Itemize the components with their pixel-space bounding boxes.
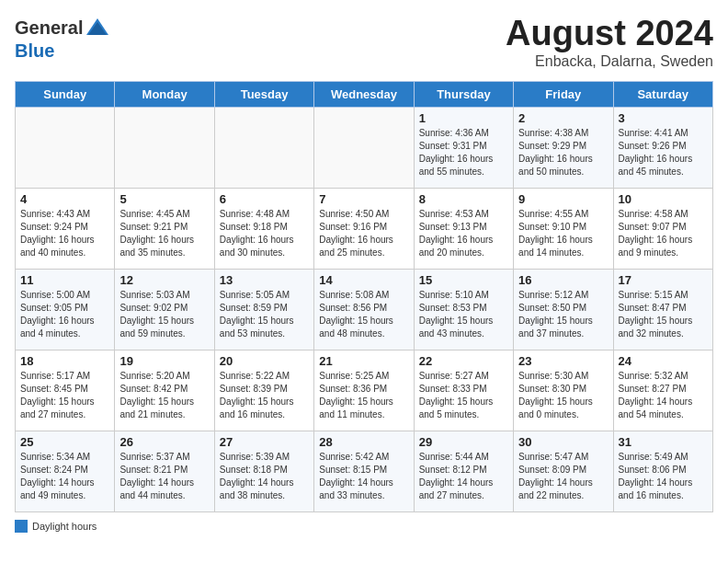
day-number: 26 [119, 435, 209, 449]
day-info: Sunrise: 5:49 AM Sunset: 8:06 PM Dayligh… [619, 451, 708, 502]
day-number: 5 [119, 192, 209, 206]
day-info: Sunrise: 4:38 AM Sunset: 9:29 PM Dayligh… [518, 127, 608, 178]
calendar-cell: 1Sunrise: 4:36 AM Sunset: 9:31 PM Daylig… [414, 107, 513, 188]
day-number: 2 [518, 111, 608, 125]
day-header-wednesday: Wednesday [314, 81, 414, 107]
day-number: 17 [619, 273, 708, 287]
day-info: Sunrise: 5:32 AM Sunset: 8:27 PM Dayligh… [619, 370, 708, 421]
day-info: Sunrise: 5:30 AM Sunset: 8:30 PM Dayligh… [518, 370, 608, 421]
day-number: 4 [20, 192, 109, 206]
day-info: Sunrise: 5:05 AM Sunset: 8:59 PM Dayligh… [220, 289, 309, 340]
calendar-cell: 16Sunrise: 5:12 AM Sunset: 8:50 PM Dayli… [514, 269, 613, 350]
day-info: Sunrise: 5:00 AM Sunset: 9:05 PM Dayligh… [20, 289, 109, 340]
day-info: Sunrise: 4:41 AM Sunset: 9:26 PM Dayligh… [619, 127, 708, 178]
day-info: Sunrise: 5:27 AM Sunset: 8:33 PM Dayligh… [419, 370, 508, 421]
day-number: 3 [619, 111, 708, 125]
day-number: 6 [220, 192, 309, 206]
day-info: Sunrise: 5:12 AM Sunset: 8:50 PM Dayligh… [518, 289, 608, 340]
calendar-cell: 22Sunrise: 5:27 AM Sunset: 8:33 PM Dayli… [414, 350, 513, 431]
calendar-cell: 4Sunrise: 4:43 AM Sunset: 9:24 PM Daylig… [16, 188, 115, 269]
day-number: 10 [619, 192, 708, 206]
calendar-week-5: 25Sunrise: 5:34 AM Sunset: 8:24 PM Dayli… [16, 431, 713, 511]
calendar-cell [115, 107, 214, 188]
day-info: Sunrise: 4:48 AM Sunset: 9:18 PM Dayligh… [220, 208, 309, 259]
footer: Daylight hours [15, 520, 713, 533]
day-info: Sunrise: 5:37 AM Sunset: 8:21 PM Dayligh… [119, 451, 209, 502]
day-number: 27 [220, 435, 309, 449]
day-info: Sunrise: 5:20 AM Sunset: 8:42 PM Dayligh… [119, 370, 209, 421]
calendar-cell: 28Sunrise: 5:42 AM Sunset: 8:15 PM Dayli… [314, 431, 414, 511]
day-info: Sunrise: 5:47 AM Sunset: 8:09 PM Dayligh… [518, 451, 608, 502]
logo: General Blue [15, 15, 110, 62]
day-info: Sunrise: 5:08 AM Sunset: 8:56 PM Dayligh… [319, 289, 408, 340]
day-number: 24 [619, 354, 708, 368]
day-info: Sunrise: 4:58 AM Sunset: 9:07 PM Dayligh… [619, 208, 708, 259]
calendar-cell: 12Sunrise: 5:03 AM Sunset: 9:02 PM Dayli… [115, 269, 214, 350]
calendar-cell: 17Sunrise: 5:15 AM Sunset: 8:47 PM Dayli… [613, 269, 712, 350]
legend-label: Daylight hours [32, 521, 97, 532]
day-number: 25 [20, 435, 109, 449]
calendar-cell: 11Sunrise: 5:00 AM Sunset: 9:05 PM Dayli… [16, 269, 115, 350]
day-info: Sunrise: 5:25 AM Sunset: 8:36 PM Dayligh… [319, 370, 408, 421]
day-number: 30 [518, 435, 608, 449]
calendar-cell: 7Sunrise: 4:50 AM Sunset: 9:16 PM Daylig… [314, 188, 414, 269]
calendar-cell: 29Sunrise: 5:44 AM Sunset: 8:12 PM Dayli… [414, 431, 513, 511]
day-number: 22 [419, 354, 508, 368]
calendar-cell [214, 107, 313, 188]
calendar-week-3: 11Sunrise: 5:00 AM Sunset: 9:05 PM Dayli… [16, 269, 713, 350]
day-number: 12 [119, 273, 209, 287]
calendar-cell: 9Sunrise: 4:55 AM Sunset: 9:10 PM Daylig… [514, 188, 613, 269]
day-number: 7 [319, 192, 408, 206]
day-number: 19 [119, 354, 209, 368]
calendar-cell: 31Sunrise: 5:49 AM Sunset: 8:06 PM Dayli… [613, 431, 712, 511]
day-number: 31 [619, 435, 708, 449]
header: General Blue August 2024 Enbacka, Dalarn… [15, 15, 713, 70]
calendar-cell: 5Sunrise: 4:45 AM Sunset: 9:21 PM Daylig… [115, 188, 214, 269]
day-info: Sunrise: 4:53 AM Sunset: 9:13 PM Dayligh… [419, 208, 508, 259]
calendar-cell: 3Sunrise: 4:41 AM Sunset: 9:26 PM Daylig… [613, 107, 712, 188]
calendar-cell: 6Sunrise: 4:48 AM Sunset: 9:18 PM Daylig… [214, 188, 313, 269]
calendar-cell: 13Sunrise: 5:05 AM Sunset: 8:59 PM Dayli… [214, 269, 313, 350]
day-number: 23 [518, 354, 608, 368]
day-header-saturday: Saturday [613, 81, 712, 107]
calendar-cell: 27Sunrise: 5:39 AM Sunset: 8:18 PM Dayli… [214, 431, 313, 511]
calendar-week-1: 1Sunrise: 4:36 AM Sunset: 9:31 PM Daylig… [16, 107, 713, 188]
calendar-week-4: 18Sunrise: 5:17 AM Sunset: 8:45 PM Dayli… [16, 350, 713, 431]
day-number: 28 [319, 435, 408, 449]
day-info: Sunrise: 5:42 AM Sunset: 8:15 PM Dayligh… [319, 451, 408, 502]
calendar-cell: 26Sunrise: 5:37 AM Sunset: 8:21 PM Dayli… [115, 431, 214, 511]
day-number: 14 [319, 273, 408, 287]
calendar-cell: 18Sunrise: 5:17 AM Sunset: 8:45 PM Dayli… [16, 350, 115, 431]
calendar-week-2: 4Sunrise: 4:43 AM Sunset: 9:24 PM Daylig… [16, 188, 713, 269]
calendar-cell: 30Sunrise: 5:47 AM Sunset: 8:09 PM Dayli… [514, 431, 613, 511]
calendar-cell: 8Sunrise: 4:53 AM Sunset: 9:13 PM Daylig… [414, 188, 513, 269]
day-info: Sunrise: 5:10 AM Sunset: 8:53 PM Dayligh… [419, 289, 508, 340]
day-header-sunday: Sunday [16, 81, 115, 107]
day-header-row: SundayMondayTuesdayWednesdayThursdayFrid… [16, 81, 713, 107]
day-number: 8 [419, 192, 508, 206]
day-number: 20 [220, 354, 309, 368]
day-info: Sunrise: 5:22 AM Sunset: 8:39 PM Dayligh… [220, 370, 309, 421]
day-info: Sunrise: 5:17 AM Sunset: 8:45 PM Dayligh… [20, 370, 109, 421]
logo-blue-text: Blue [15, 40, 54, 61]
calendar-cell [16, 107, 115, 188]
calendar-cell: 25Sunrise: 5:34 AM Sunset: 8:24 PM Dayli… [16, 431, 115, 511]
day-info: Sunrise: 5:39 AM Sunset: 8:18 PM Dayligh… [220, 451, 309, 502]
calendar-body: 1Sunrise: 4:36 AM Sunset: 9:31 PM Daylig… [16, 107, 713, 511]
day-info: Sunrise: 4:55 AM Sunset: 9:10 PM Dayligh… [518, 208, 608, 259]
day-number: 21 [319, 354, 408, 368]
calendar-cell: 23Sunrise: 5:30 AM Sunset: 8:30 PM Dayli… [514, 350, 613, 431]
day-header-tuesday: Tuesday [214, 81, 313, 107]
calendar-cell: 19Sunrise: 5:20 AM Sunset: 8:42 PM Dayli… [115, 350, 214, 431]
logo-icon [85, 15, 110, 40]
calendar-cell: 10Sunrise: 4:58 AM Sunset: 9:07 PM Dayli… [613, 188, 712, 269]
day-info: Sunrise: 4:36 AM Sunset: 9:31 PM Dayligh… [419, 127, 508, 178]
calendar-cell: 20Sunrise: 5:22 AM Sunset: 8:39 PM Dayli… [214, 350, 313, 431]
day-number: 1 [419, 111, 508, 125]
day-info: Sunrise: 5:15 AM Sunset: 8:47 PM Dayligh… [619, 289, 708, 340]
day-header-friday: Friday [514, 81, 613, 107]
calendar-header: SundayMondayTuesdayWednesdayThursdayFrid… [16, 81, 713, 107]
day-number: 18 [20, 354, 109, 368]
day-info: Sunrise: 5:44 AM Sunset: 8:12 PM Dayligh… [419, 451, 508, 502]
day-info: Sunrise: 5:03 AM Sunset: 9:02 PM Dayligh… [119, 289, 209, 340]
